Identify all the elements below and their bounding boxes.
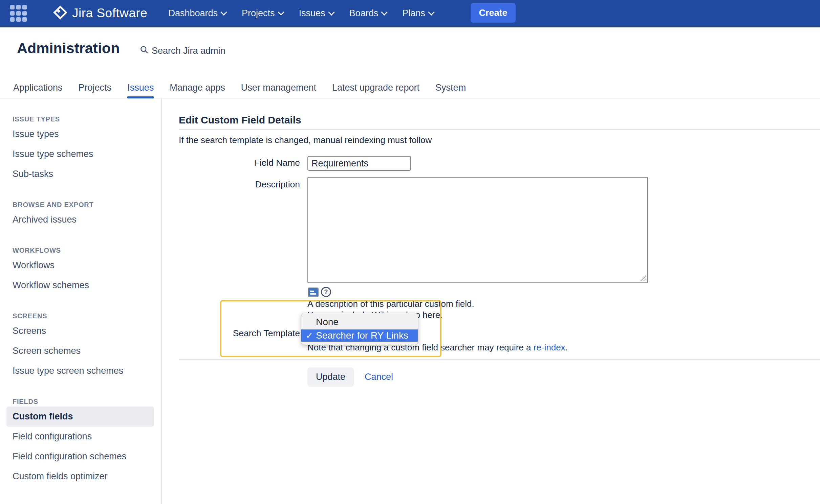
sidebar-item-field-configuration-schemes[interactable]: Field configuration schemes bbox=[0, 446, 161, 466]
sidebar-item-workflows[interactable]: Workflows bbox=[0, 255, 161, 275]
sidebar-item-sub-tasks[interactable]: Sub-tasks bbox=[0, 164, 161, 184]
sidebar-item-screen-schemes[interactable]: Screen schemes bbox=[0, 341, 161, 361]
sidebar-item-issue-type-schemes[interactable]: Issue type schemes bbox=[0, 144, 161, 164]
page-title: Administration bbox=[17, 40, 120, 56]
sidebar-section-browse-export: BROWSE AND EXPORT bbox=[0, 200, 161, 210]
admin-tab-bar: Applications Projects Issues Manage apps… bbox=[0, 78, 820, 98]
option-none[interactable]: None bbox=[301, 316, 418, 329]
tab-latest-upgrade-report[interactable]: Latest upgrade report bbox=[332, 78, 419, 98]
jira-logo[interactable]: Jira Software bbox=[53, 5, 147, 21]
sidebar-item-custom-fields[interactable]: Custom fields bbox=[6, 407, 154, 427]
tab-projects[interactable]: Projects bbox=[79, 78, 112, 98]
sidebar-item-field-configurations[interactable]: Field configurations bbox=[0, 427, 161, 446]
search-label: Search Jira admin bbox=[152, 46, 225, 56]
cancel-link[interactable]: Cancel bbox=[365, 372, 393, 382]
description-textarea[interactable] bbox=[307, 177, 648, 283]
checkmark-icon: ✓ bbox=[306, 330, 316, 341]
tab-manage-apps[interactable]: Manage apps bbox=[170, 78, 225, 98]
sidebar-item-workflow-schemes[interactable]: Workflow schemes bbox=[0, 275, 161, 295]
sidebar-section-issue-types: ISSUE TYPES bbox=[0, 114, 161, 124]
sidebar-item-custom-fields-optimizer[interactable]: Custom fields optimizer bbox=[0, 466, 161, 486]
sidebar-item-archived-issues[interactable]: Archived issues bbox=[0, 210, 161, 230]
tab-issues[interactable]: Issues bbox=[127, 78, 154, 98]
jira-admin-page: Jira Software Dashboards Projects Issues… bbox=[0, 0, 820, 504]
sidebar-item-issue-type-screen-schemes[interactable]: Issue type screen schemes bbox=[0, 361, 161, 381]
description-help-text: A description of this particular custom … bbox=[307, 299, 474, 309]
sidebar-item-screens[interactable]: Screens bbox=[0, 321, 161, 341]
nav-dashboards[interactable]: Dashboards bbox=[168, 8, 226, 19]
create-button[interactable]: Create bbox=[471, 3, 516, 23]
search-icon bbox=[139, 45, 149, 56]
nav-projects[interactable]: Projects bbox=[242, 8, 283, 19]
sidebar-section-screens: SCREENS bbox=[0, 311, 161, 321]
nav-issues[interactable]: Issues bbox=[299, 8, 334, 19]
option-searcher-for-ry-links[interactable]: ✓ Searcher for RY Links bbox=[301, 329, 418, 342]
search-template-dropdown: None ✓ Searcher for RY Links bbox=[301, 313, 418, 345]
jira-diamond-icon bbox=[53, 5, 67, 21]
description-label: Description bbox=[179, 179, 300, 190]
field-name-label: Field Name bbox=[179, 158, 300, 168]
re-index-link[interactable]: re-index bbox=[534, 342, 565, 352]
tab-applications[interactable]: Applications bbox=[13, 78, 63, 98]
sidebar-item-issue-types[interactable]: Issue types bbox=[0, 124, 161, 144]
brand-text: Jira Software bbox=[72, 6, 147, 20]
heading-divider bbox=[179, 129, 820, 130]
main-menu: Dashboards Projects Issues Boards Plans bbox=[168, 8, 433, 19]
admin-sidebar: ISSUE TYPES Issue types Issue type schem… bbox=[0, 98, 161, 486]
help-icon[interactable]: ? bbox=[321, 287, 331, 297]
chevron-down-icon bbox=[328, 9, 335, 16]
chevron-down-icon bbox=[428, 9, 435, 16]
sidebar-section-fields: FIELDS bbox=[0, 396, 161, 407]
renderable-text-icon[interactable] bbox=[308, 288, 319, 297]
nav-boards[interactable]: Boards bbox=[349, 8, 387, 19]
field-name-input[interactable] bbox=[307, 156, 411, 171]
tab-user-management[interactable]: User management bbox=[241, 78, 316, 98]
chevron-down-icon bbox=[278, 9, 284, 16]
top-navigation: Jira Software Dashboards Projects Issues… bbox=[0, 0, 820, 27]
sidebar-divider bbox=[161, 98, 162, 504]
form-title: Edit Custom Field Details bbox=[179, 114, 301, 126]
admin-search[interactable]: Search Jira admin bbox=[139, 45, 225, 56]
sidebar-section-workflows: WORKFLOWS bbox=[0, 245, 161, 255]
app-switcher-icon[interactable] bbox=[10, 5, 27, 22]
search-template-label: Search Template bbox=[179, 328, 300, 339]
reindex-warning-text: If the search template is changed, manua… bbox=[179, 135, 432, 145]
update-button[interactable]: Update bbox=[307, 367, 354, 387]
nav-plans[interactable]: Plans bbox=[402, 8, 434, 19]
form-footer-divider bbox=[179, 359, 820, 360]
chevron-down-icon bbox=[220, 9, 227, 16]
chevron-down-icon bbox=[381, 9, 388, 16]
tab-system[interactable]: System bbox=[435, 78, 466, 98]
